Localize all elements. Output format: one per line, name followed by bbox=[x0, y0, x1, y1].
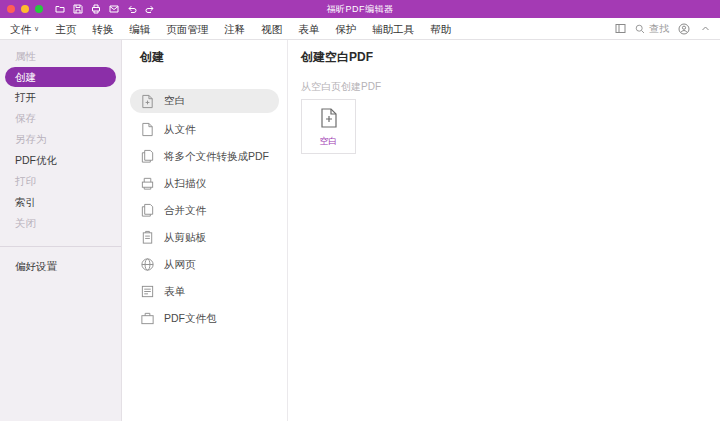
sidebar-item-preferences[interactable]: 偏好设置 bbox=[0, 256, 121, 277]
create-option-from-web-page[interactable]: 从网页 bbox=[122, 251, 287, 278]
redo-icon[interactable] bbox=[145, 4, 155, 14]
menu-item-file[interactable]: 文件 ∨ bbox=[0, 18, 47, 40]
menu-item-view[interactable]: 视图 bbox=[253, 18, 290, 40]
undo-icon[interactable] bbox=[127, 4, 137, 14]
create-option-label: 将多个文件转换成PDF bbox=[164, 150, 269, 164]
combine-files-icon bbox=[140, 203, 155, 218]
blank-page-icon bbox=[140, 94, 155, 109]
create-option-blank[interactable]: 空白 bbox=[130, 89, 279, 113]
close-window-button[interactable] bbox=[7, 5, 15, 13]
create-panel: 创建 空白 从文件 将多个文件转换成PDF 从扫描仪 bbox=[122, 40, 288, 421]
sidebar-item-create[interactable]: 创建 bbox=[5, 67, 116, 87]
layout-icon[interactable] bbox=[614, 23, 626, 35]
section-subtitle: 从空白页创建PDF bbox=[301, 80, 720, 94]
blank-document-icon bbox=[318, 106, 340, 130]
blank-pdf-card[interactable]: 空白 bbox=[301, 99, 356, 154]
create-option-label: 合并文件 bbox=[164, 204, 206, 218]
menu-item-home[interactable]: 主页 bbox=[47, 18, 84, 40]
titlebar: 福昕PDF编辑器 bbox=[0, 0, 720, 18]
menu-item-label: 文件 bbox=[10, 18, 31, 40]
create-option-combine-files[interactable]: 合并文件 bbox=[122, 197, 287, 224]
menu-item-protect[interactable]: 保护 bbox=[327, 18, 364, 40]
from-file-icon bbox=[140, 122, 155, 137]
create-option-label: 从文件 bbox=[164, 123, 196, 137]
section-title: 创建空白PDF bbox=[301, 49, 720, 66]
avatar-icon[interactable] bbox=[678, 23, 690, 35]
menu-item-form[interactable]: 表单 bbox=[290, 18, 327, 40]
create-options-list: 空白 从文件 将多个文件转换成PDF 从扫描仪 合并文件 bbox=[122, 89, 287, 332]
create-option-label: 表单 bbox=[164, 285, 185, 299]
folder-open-icon[interactable] bbox=[55, 4, 65, 14]
web-page-icon bbox=[140, 257, 155, 272]
sidebar-item-index[interactable]: 索引 bbox=[0, 192, 121, 213]
create-option-label: 空白 bbox=[164, 94, 185, 108]
scanner-icon bbox=[140, 176, 155, 191]
create-option-from-clipboard[interactable]: 从剪贴板 bbox=[122, 224, 287, 251]
sidebar-item-properties[interactable]: 属性 bbox=[0, 46, 121, 67]
menu-item-edit[interactable]: 编辑 bbox=[121, 18, 158, 40]
menu-item-comment[interactable]: 注释 bbox=[216, 18, 253, 40]
sidebar-item-save[interactable]: 保存 bbox=[0, 108, 121, 129]
menu-item-help[interactable]: 帮助 bbox=[422, 18, 459, 40]
window-title: 福昕PDF编辑器 bbox=[327, 3, 394, 16]
search-icon bbox=[635, 24, 645, 34]
minimize-window-button[interactable] bbox=[21, 5, 29, 13]
create-option-label: 从剪贴板 bbox=[164, 231, 206, 245]
sidebar-item-open[interactable]: 打开 bbox=[0, 87, 121, 108]
create-panel-title: 创建 bbox=[122, 49, 287, 66]
collapse-icon[interactable] bbox=[699, 23, 711, 35]
create-option-pdf-portfolio[interactable]: PDF文件包 bbox=[122, 305, 287, 332]
create-option-label: 从扫描仪 bbox=[164, 177, 206, 191]
create-blank-pdf-section: 创建空白PDF 从空白页创建PDF 空白 bbox=[288, 40, 720, 421]
window-controls bbox=[7, 5, 43, 13]
pdf-package-icon bbox=[140, 311, 155, 326]
chevron-down-icon: ∨ bbox=[34, 18, 39, 40]
save-icon[interactable] bbox=[73, 4, 83, 14]
create-option-label: 从网页 bbox=[164, 258, 196, 272]
zoom-window-button[interactable] bbox=[35, 5, 43, 13]
file-menu-sidebar: 属性 创建 打开 保存 另存为 PDF优化 打印 索引 关闭 偏好设置 bbox=[0, 40, 122, 421]
print-icon[interactable] bbox=[91, 4, 101, 14]
menu-item-convert[interactable]: 转换 bbox=[84, 18, 121, 40]
clipboard-icon bbox=[140, 230, 155, 245]
search-field[interactable]: 查找 bbox=[635, 22, 669, 36]
create-option-multiple-files[interactable]: 将多个文件转换成PDF bbox=[122, 143, 287, 170]
sidebar-divider bbox=[0, 246, 121, 247]
form-icon bbox=[140, 284, 155, 299]
blank-pdf-card-label: 空白 bbox=[320, 135, 338, 148]
sidebar-item-print[interactable]: 打印 bbox=[0, 171, 121, 192]
create-option-from-file[interactable]: 从文件 bbox=[122, 116, 287, 143]
search-label: 查找 bbox=[649, 22, 669, 36]
menubar: 文件 ∨ 主页 转换 编辑 页面管理 注释 视图 表单 保护 辅助工具 帮助 查… bbox=[0, 18, 720, 40]
menu-item-accessibility[interactable]: 辅助工具 bbox=[364, 18, 422, 40]
menubar-right: 查找 bbox=[614, 22, 711, 36]
sidebar-item-save-as[interactable]: 另存为 bbox=[0, 129, 121, 150]
sidebar-item-close[interactable]: 关闭 bbox=[0, 213, 121, 234]
multiple-files-icon bbox=[140, 149, 155, 164]
sidebar-item-pdf-optimize[interactable]: PDF优化 bbox=[0, 150, 121, 171]
quick-toolbar bbox=[55, 4, 155, 14]
create-option-label: PDF文件包 bbox=[164, 312, 217, 326]
create-option-from-scanner[interactable]: 从扫描仪 bbox=[122, 170, 287, 197]
app-window: 福昕PDF编辑器 文件 ∨ 主页 转换 编辑 页面管理 注释 视图 表单 保护 … bbox=[0, 0, 720, 421]
create-option-form[interactable]: 表单 bbox=[122, 278, 287, 305]
menu-item-page-management[interactable]: 页面管理 bbox=[158, 18, 216, 40]
mail-icon[interactable] bbox=[109, 4, 119, 14]
